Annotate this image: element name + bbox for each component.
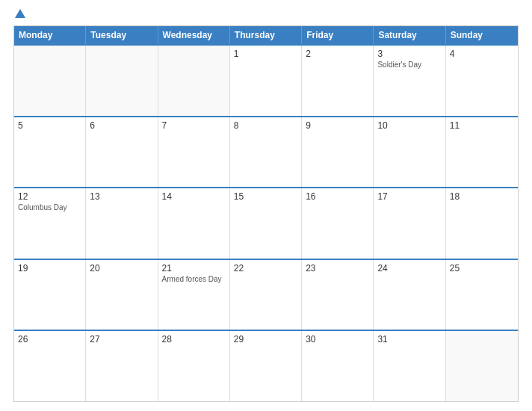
calendar-cell: 4 <box>446 46 518 116</box>
calendar-cell: 24 <box>374 260 445 330</box>
weekday-header-cell: Thursday <box>230 26 302 44</box>
calendar-cell: 21Armed forces Day <box>158 260 230 330</box>
day-number: 14 <box>162 191 226 202</box>
day-number: 28 <box>162 334 226 344</box>
calendar-cell: 28 <box>158 331 230 401</box>
day-number: 23 <box>306 263 369 274</box>
logo <box>13 9 25 19</box>
weekday-header-cell: Sunday <box>446 26 518 44</box>
calendar-body: 123Soldier's Day456789101112Columbus Day… <box>14 44 518 401</box>
calendar-week: 567891011 <box>14 116 518 188</box>
calendar-cell: 20 <box>86 260 158 330</box>
calendar-cell: 15 <box>230 188 302 259</box>
calendar-cell <box>446 331 518 401</box>
calendar-cell: 22 <box>230 260 302 330</box>
calendar-cell: 26 <box>14 331 86 401</box>
calendar-cell: 11 <box>446 117 518 188</box>
day-number: 8 <box>234 120 297 131</box>
day-number: 22 <box>234 263 297 274</box>
weekday-header-cell: Wednesday <box>158 26 230 44</box>
weekday-header-row: MondayTuesdayWednesdayThursdayFridaySatu… <box>14 26 518 44</box>
calendar-cell <box>86 46 158 116</box>
day-number: 11 <box>450 120 514 131</box>
holiday-name: Columbus Day <box>18 203 81 211</box>
holiday-name: Armed forces Day <box>162 275 226 283</box>
calendar-cell: 18 <box>446 188 518 259</box>
day-number: 18 <box>450 191 514 202</box>
calendar-cell: 27 <box>86 331 158 401</box>
calendar-cell: 1 <box>230 46 302 116</box>
day-number: 31 <box>377 334 441 344</box>
day-number: 25 <box>450 263 514 274</box>
day-number: 19 <box>18 263 81 274</box>
day-number: 17 <box>377 191 441 202</box>
calendar-week: 262728293031 <box>14 330 518 401</box>
calendar-cell: 25 <box>446 260 518 330</box>
day-number: 27 <box>90 334 153 344</box>
day-number: 15 <box>234 191 297 202</box>
day-number: 5 <box>18 120 81 131</box>
weekday-header-cell: Monday <box>14 26 86 44</box>
day-number: 7 <box>162 120 226 131</box>
weekday-header-cell: Tuesday <box>86 26 158 44</box>
calendar-cell: 2 <box>302 46 374 116</box>
day-number: 21 <box>162 263 226 274</box>
calendar-cell: 19 <box>14 260 86 330</box>
calendar-week: 12Columbus Day131415161718 <box>14 187 518 259</box>
calendar-cell: 6 <box>86 117 158 188</box>
day-number: 16 <box>306 191 369 202</box>
calendar-cell: 17 <box>374 188 445 259</box>
day-number: 13 <box>90 191 153 202</box>
day-number: 4 <box>450 49 514 59</box>
calendar-grid: MondayTuesdayWednesdayThursdayFridaySatu… <box>13 25 519 402</box>
calendar-cell: 12Columbus Day <box>14 188 86 259</box>
calendar-cell: 31 <box>374 331 445 401</box>
day-number: 29 <box>234 334 297 344</box>
holiday-name: Soldier's Day <box>377 61 441 69</box>
day-number: 20 <box>90 263 153 274</box>
calendar-cell: 13 <box>86 188 158 259</box>
calendar-cell: 5 <box>14 117 86 188</box>
day-number: 24 <box>377 263 441 274</box>
calendar-cell: 8 <box>230 117 302 188</box>
day-number: 2 <box>306 49 369 59</box>
day-number: 3 <box>377 49 441 59</box>
day-number: 6 <box>90 120 153 131</box>
day-number: 26 <box>18 334 81 344</box>
header <box>13 9 519 19</box>
calendar-cell: 14 <box>158 188 230 259</box>
day-number: 10 <box>377 120 441 131</box>
calendar-cell <box>14 46 86 116</box>
logo-triangle-icon <box>15 9 25 18</box>
calendar-cell: 7 <box>158 117 230 188</box>
day-number: 1 <box>234 49 297 59</box>
calendar-cell: 23 <box>302 260 374 330</box>
day-number: 9 <box>306 120 369 131</box>
day-number: 30 <box>306 334 369 344</box>
calendar-cell: 3Soldier's Day <box>374 46 445 116</box>
calendar-cell: 10 <box>374 117 445 188</box>
calendar-page: MondayTuesdayWednesdayThursdayFridaySatu… <box>0 0 532 411</box>
calendar-cell: 30 <box>302 331 374 401</box>
weekday-header-cell: Friday <box>302 26 374 44</box>
calendar-cell: 9 <box>302 117 374 188</box>
calendar-week: 192021Armed forces Day22232425 <box>14 259 518 330</box>
day-number: 12 <box>18 191 81 202</box>
calendar-cell <box>158 46 230 116</box>
weekday-header-cell: Saturday <box>374 26 445 44</box>
calendar-week: 123Soldier's Day4 <box>14 44 518 116</box>
calendar-cell: 29 <box>230 331 302 401</box>
calendar-cell: 16 <box>302 188 374 259</box>
